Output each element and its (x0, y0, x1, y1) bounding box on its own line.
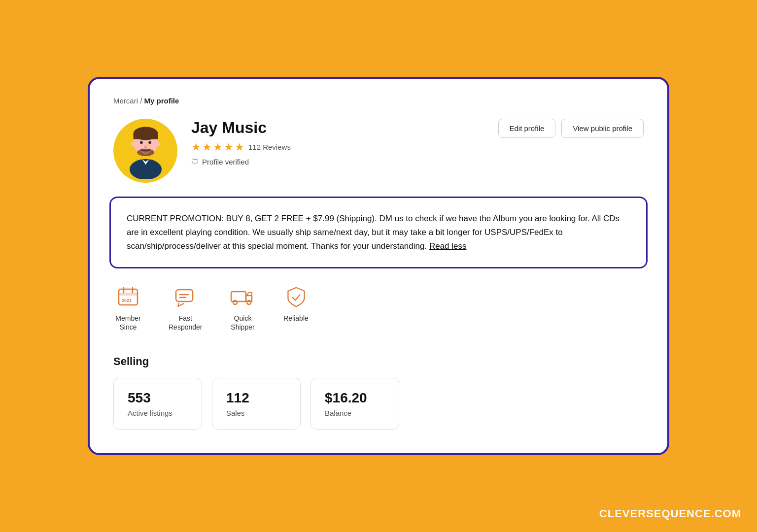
profile-card: Mercari / My profile (88, 77, 669, 456)
badges-row: 2021 MemberSince FastResponder (113, 284, 644, 332)
selling-card-sales: 112 Sales (212, 378, 301, 430)
promotion-box: CURRENT PROMOTION: BUY 8, GET 2 FREE + $… (109, 197, 648, 268)
sales-value: 112 (226, 390, 286, 406)
profile-name: Jay Music (191, 119, 498, 137)
active-listings-value: 553 (128, 390, 188, 406)
read-less-link[interactable]: Read less (429, 241, 467, 251)
watermark: CLEVERSEQUENCE.COM (599, 507, 741, 520)
stars: ★ ★ ★ ★ ★ (191, 141, 244, 154)
star-4: ★ (224, 141, 234, 154)
reviews-count: 112 Reviews (248, 143, 291, 151)
star-3: ★ (213, 141, 223, 154)
svg-point-21 (247, 300, 251, 304)
svg-rect-12 (119, 293, 138, 296)
star-1: ★ (191, 141, 201, 154)
star-2: ★ (202, 141, 212, 154)
breadcrumb-separator: / (138, 97, 144, 105)
svg-point-5 (137, 149, 154, 156)
avatar (113, 119, 177, 183)
svg-rect-19 (231, 292, 246, 301)
verified-row: 🛡 Profile verified (191, 158, 498, 166)
svg-point-9 (148, 141, 151, 144)
shield-check-icon: 🛡 (191, 158, 199, 166)
calendar-icon: 2021 (115, 284, 141, 310)
svg-rect-2 (133, 133, 158, 139)
balance-label: Balance (325, 409, 385, 417)
svg-point-20 (233, 300, 237, 304)
star-5: ★ (235, 141, 244, 154)
selling-title: Selling (113, 355, 644, 368)
badge-fast-responder-label: FastResponder (169, 314, 203, 332)
profile-actions: Edit profile View public profile (498, 119, 644, 138)
svg-text:2021: 2021 (122, 298, 132, 303)
view-public-profile-button[interactable]: View public profile (561, 119, 644, 138)
promotion-text: CURRENT PROMOTION: BUY 8, GET 2 FREE + $… (127, 214, 619, 251)
svg-point-4 (155, 142, 160, 147)
chat-icon (172, 284, 198, 310)
balance-value: $16.20 (325, 390, 385, 406)
profile-header: Jay Music ★ ★ ★ ★ ★ 112 Reviews 🛡 Profil… (113, 119, 644, 183)
svg-point-8 (140, 141, 143, 144)
badge-quick-shipper: QuickShipper (230, 284, 256, 332)
truck-icon (230, 284, 256, 310)
badge-quick-shipper-label: QuickShipper (231, 314, 254, 332)
active-listings-label: Active listings (128, 409, 188, 417)
profile-info: Jay Music ★ ★ ★ ★ ★ 112 Reviews 🛡 Profil… (191, 119, 498, 166)
verified-label: Profile verified (202, 158, 249, 166)
svg-point-10 (144, 145, 147, 149)
badge-fast-responder: FastResponder (169, 284, 203, 332)
selling-card-listings: 553 Active listings (113, 378, 202, 430)
breadcrumb: Mercari / My profile (113, 97, 644, 105)
badge-member-since-label: MemberSince (115, 314, 140, 332)
shield-icon (283, 284, 309, 310)
avatar-svg (117, 122, 174, 179)
breadcrumb-current: My profile (144, 97, 179, 105)
badge-member-since: 2021 MemberSince (115, 284, 141, 332)
edit-profile-button[interactable]: Edit profile (498, 119, 556, 138)
selling-section: Selling 553 Active listings 112 Sales $1… (113, 355, 644, 430)
breadcrumb-base[interactable]: Mercari (113, 97, 138, 105)
badge-reliable-label: Reliable (283, 314, 309, 323)
selling-cards: 553 Active listings 112 Sales $16.20 Bal… (113, 378, 644, 430)
svg-rect-16 (176, 290, 193, 301)
stars-row: ★ ★ ★ ★ ★ 112 Reviews (191, 141, 498, 154)
selling-card-balance: $16.20 Balance (310, 378, 399, 430)
sales-label: Sales (226, 409, 286, 417)
badge-reliable: Reliable (283, 284, 309, 332)
svg-point-3 (131, 142, 136, 147)
